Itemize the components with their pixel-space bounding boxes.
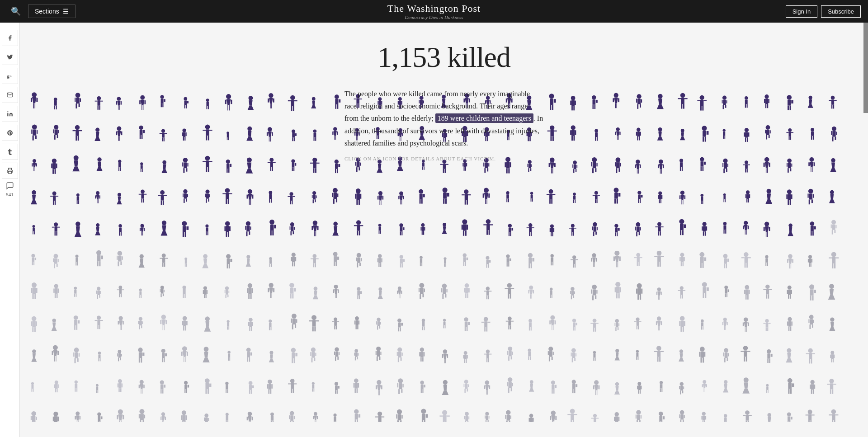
- search-button[interactable]: 🔍: [7, 5, 24, 18]
- tumblr-icon[interactable]: [2, 144, 18, 160]
- scrollbar[interactable]: [863, 23, 868, 113]
- subscribe-button[interactable]: Subscribe: [821, 5, 861, 18]
- site-title[interactable]: The Washington Post: [387, 3, 481, 14]
- click-instruction: CLICK ON AN ICON FOR DETAILS ABOUT EACH …: [344, 155, 543, 163]
- article-text-overlay: The people who were killed came from nea…: [344, 88, 543, 169]
- search-icon: 🔍: [11, 7, 21, 16]
- hamburger-icon: ☰: [63, 8, 69, 15]
- svg-rect-1: [8, 171, 11, 174]
- linkedin-icon[interactable]: [2, 106, 18, 122]
- highlight-children: 189 were children and teenagers: [435, 113, 533, 123]
- sections-label: Sections: [35, 8, 59, 15]
- navbar-center: The Washington Post Democracy Dies in Da…: [387, 3, 481, 20]
- email-icon[interactable]: [2, 87, 18, 103]
- pinterest-icon[interactable]: [2, 125, 18, 141]
- headline-title: 1,153 killed: [20, 41, 868, 74]
- headline-section: 1,153 killed: [20, 23, 868, 83]
- navbar: 🔍 Sections ☰ The Washington Post Democra…: [0, 0, 868, 23]
- comment-count: 541: [2, 192, 18, 197]
- comment-button[interactable]: 541: [2, 182, 18, 197]
- print-icon[interactable]: [2, 163, 18, 179]
- svg-point-0: [7, 111, 8, 112]
- visualization-area: The people who were killed came from nea…: [20, 83, 868, 422]
- sections-button[interactable]: Sections ☰: [28, 5, 75, 18]
- navbar-left: 🔍 Sections ☰: [7, 5, 75, 18]
- sign-in-button[interactable]: Sign In: [786, 5, 817, 18]
- twitter-icon[interactable]: [2, 49, 18, 65]
- article-body: The people who were killed came from nea…: [344, 88, 543, 149]
- navbar-right: Sign In Subscribe: [786, 5, 861, 18]
- main-content: 1,153 killed The people who were killed …: [20, 23, 868, 437]
- facebook-icon[interactable]: [2, 30, 18, 46]
- site-tagline: Democracy Dies in Darkness: [387, 14, 481, 20]
- sidebar: g+ 541: [0, 23, 20, 437]
- google-plus-icon[interactable]: g+: [2, 68, 18, 84]
